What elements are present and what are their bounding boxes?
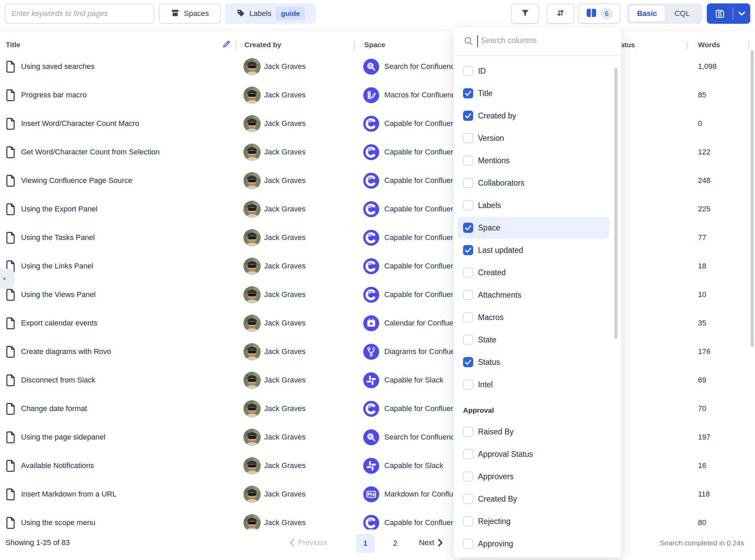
header-separator[interactable] — [748, 41, 749, 50]
page-2-button[interactable]: 2 — [388, 534, 403, 553]
checkbox-created-by[interactable] — [463, 494, 473, 504]
basic-tab[interactable]: Basic — [629, 6, 665, 21]
column-option-attachments[interactable]: Attachments — [454, 284, 621, 306]
table-row[interactable]: Insert Markdown from a URLJack GravesMar… — [0, 480, 755, 508]
column-option-last-updated[interactable]: Last updated — [454, 239, 621, 261]
save-search-button[interactable] — [707, 3, 750, 24]
checkbox-state[interactable] — [463, 335, 473, 345]
query-mode-toggle[interactable]: Basic CQL — [627, 3, 702, 24]
table-row[interactable]: Using the Export PanelJack GravesCapable… — [0, 195, 755, 223]
column-header-created-by[interactable]: Created by — [244, 41, 281, 49]
checkbox-mentions[interactable] — [463, 155, 473, 166]
window-scrollbar-thumb[interactable] — [751, 50, 754, 347]
column-option-collaborators[interactable]: Collaborators — [454, 172, 621, 194]
table-row[interactable]: Using the page sidepanelJack GravesSearc… — [0, 423, 755, 451]
filter-button[interactable] — [511, 3, 539, 24]
page-title-link[interactable]: Using the Views Panel — [21, 280, 96, 309]
next-page-button[interactable]: Next — [419, 538, 443, 547]
column-option-macros[interactable]: Macros — [454, 306, 621, 329]
page-title-link[interactable]: Using saved searches — [21, 52, 94, 81]
page-title-link[interactable]: Create diagrams with Rovo — [21, 337, 111, 366]
column-option-approving[interactable]: Approving — [454, 533, 621, 555]
checkbox-raised-by[interactable] — [463, 427, 473, 437]
checkbox-created-by[interactable] — [463, 111, 473, 121]
columns-search-field[interactable]: Search columns — [454, 27, 621, 55]
checkbox-last-updated[interactable] — [463, 245, 473, 255]
table-row[interactable]: Create diagrams with RovoJack GravesDiag… — [0, 337, 755, 366]
checkbox-macros[interactable] — [463, 312, 473, 322]
column-option-created-by[interactable]: Created By — [454, 488, 621, 510]
edit-pencil-icon[interactable] — [222, 39, 231, 50]
column-option-created[interactable]: Created — [454, 261, 621, 284]
page-title-link[interactable]: Insert Word/Character Count Macro — [21, 109, 139, 138]
column-option-id[interactable]: ID — [454, 60, 621, 82]
checkbox-version[interactable] — [463, 133, 473, 143]
save-icon[interactable] — [707, 8, 733, 19]
page-title-link[interactable]: Using the Export Panel — [21, 195, 97, 223]
checkbox-collaborators[interactable] — [463, 178, 473, 188]
column-option-state[interactable]: State — [454, 329, 621, 351]
previous-page-button[interactable]: Previous — [289, 538, 327, 547]
side-drawer-handle[interactable] — [0, 269, 14, 288]
table-row[interactable]: Disconnect from SlackJack GravesCapable … — [0, 366, 755, 394]
labels-button[interactable]: Labels guide — [225, 3, 316, 24]
column-option-approvers[interactable]: Approvers — [454, 465, 621, 488]
table-row[interactable]: Export calendar eventsJack GravesCalenda… — [0, 309, 755, 337]
checkbox-rejecting[interactable] — [463, 516, 473, 526]
checkbox-status[interactable] — [463, 357, 473, 367]
page-title-link[interactable]: Insert Markdown from a URL — [21, 480, 116, 508]
cql-tab[interactable]: CQL — [665, 9, 700, 18]
checkbox-title[interactable] — [463, 88, 473, 98]
column-option-space[interactable]: Space — [454, 217, 621, 239]
page-title-link[interactable]: Progress bar macro — [21, 81, 87, 109]
chevron-down-icon[interactable] — [733, 11, 750, 16]
table-row[interactable]: Using saved searchesJack GravesSearch fo… — [0, 52, 755, 81]
page-1-button[interactable]: 1 — [356, 534, 375, 553]
table-row[interactable]: Using the Views PanelJack GravesCapable … — [0, 280, 755, 309]
label-chip-guide[interactable]: guide — [276, 7, 305, 20]
header-separator[interactable] — [236, 41, 237, 50]
page-title-link[interactable]: Viewing Confluence Page Source — [21, 166, 132, 195]
column-option-approval-status[interactable]: Approval Status — [454, 443, 621, 465]
table-row[interactable]: Using the Links PanelJack GravesCapable … — [0, 252, 755, 280]
page-title-link[interactable]: Available Notifications — [21, 451, 94, 480]
column-option-raised-by[interactable]: Raised By — [454, 421, 621, 443]
checkbox-id[interactable] — [463, 66, 473, 76]
page-title-link[interactable]: Export calendar events — [21, 309, 97, 337]
checkbox-approvers[interactable] — [463, 471, 473, 482]
panel-scrollbar-thumb[interactable] — [614, 68, 618, 339]
table-row[interactable]: Get Word/Character Count from SelectionJ… — [0, 138, 755, 166]
table-row[interactable]: Insert Word/Character Count MacroJack Gr… — [0, 109, 755, 138]
spaces-button[interactable]: Spaces — [159, 3, 221, 24]
column-option-intel[interactable]: Intel — [454, 373, 621, 396]
column-option-status[interactable]: Status — [454, 351, 621, 373]
page-title-link[interactable]: Using the Tasks Panel — [21, 223, 95, 252]
table-row[interactable]: Change date formatJack GravesCapable for… — [0, 394, 755, 423]
header-separator[interactable] — [354, 41, 355, 50]
sort-button[interactable] — [547, 3, 574, 24]
checkbox-attachments[interactable] — [463, 290, 473, 300]
checkbox-space[interactable] — [463, 223, 473, 233]
column-header-space[interactable]: Space — [364, 41, 385, 49]
column-option-rejecting[interactable]: Rejecting — [454, 510, 621, 533]
column-header-title[interactable]: Title — [6, 41, 20, 49]
page-title-link[interactable]: Using the Links Panel — [21, 252, 93, 280]
checkbox-created[interactable] — [463, 267, 473, 278]
page-title-link[interactable]: Using the page sidepanel — [21, 423, 105, 451]
table-row[interactable]: Viewing Confluence Page SourceJack Grave… — [0, 166, 755, 195]
page-title-link[interactable]: Change date format — [21, 394, 87, 423]
column-option-title[interactable]: Title — [454, 82, 621, 105]
columns-button[interactable]: 6 — [578, 3, 621, 24]
column-option-labels[interactable]: Labels — [454, 194, 621, 217]
table-row[interactable]: Using the Tasks PanelJack GravesCapable … — [0, 223, 755, 252]
header-separator[interactable] — [686, 41, 687, 50]
search-input[interactable] — [5, 3, 154, 24]
checkbox-approving[interactable] — [463, 539, 473, 549]
page-title-link[interactable]: Disconnect from Slack — [21, 366, 95, 394]
checkbox-labels[interactable] — [463, 200, 473, 210]
checkbox-intel[interactable] — [463, 379, 473, 390]
table-row[interactable]: Progress bar macroJack GravesMacros for … — [0, 81, 755, 109]
column-option-version[interactable]: Version — [454, 127, 621, 149]
column-option-mentions[interactable]: Mentions — [454, 149, 621, 172]
checkbox-approval-status[interactable] — [463, 449, 473, 459]
